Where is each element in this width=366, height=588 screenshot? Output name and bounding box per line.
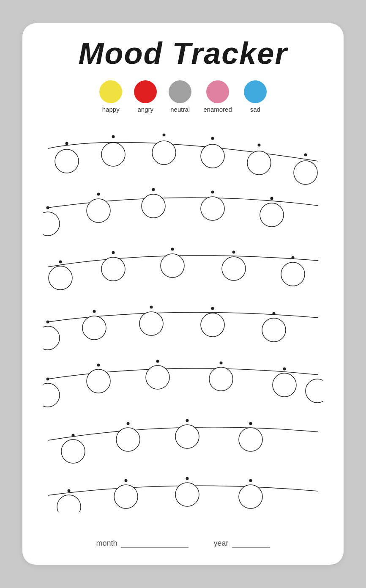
legend-color-angry	[134, 80, 157, 103]
svg-point-28	[101, 257, 125, 281]
svg-point-3	[211, 137, 214, 140]
mood-tracker-page: Mood Tracker happyangryneutralenamoredsa…	[22, 23, 344, 565]
svg-point-56	[249, 422, 252, 425]
svg-point-36	[273, 312, 276, 315]
svg-point-45	[220, 362, 223, 365]
svg-point-63	[186, 477, 189, 480]
svg-point-25	[232, 251, 235, 254]
svg-point-18	[87, 199, 110, 223]
svg-point-43	[97, 364, 100, 367]
svg-point-19	[142, 194, 165, 218]
svg-point-9	[201, 144, 224, 168]
legend-item-neutral: neutral	[169, 80, 191, 113]
page-title: Mood Tracker	[79, 37, 288, 70]
legend-item-angry: angry	[134, 80, 157, 113]
svg-point-59	[175, 425, 199, 448]
svg-point-49	[146, 365, 169, 389]
month-line	[121, 539, 188, 548]
svg-point-46	[283, 368, 286, 371]
svg-point-35	[211, 307, 214, 310]
legend-color-neutral	[169, 80, 191, 103]
svg-point-14	[152, 188, 155, 191]
legend-label-neutral: neutral	[170, 106, 190, 113]
svg-point-51	[273, 373, 296, 397]
svg-point-40	[201, 313, 224, 337]
legend-label-sad: sad	[250, 106, 260, 113]
svg-point-66	[114, 485, 138, 508]
svg-point-30	[222, 257, 246, 280]
year-line	[232, 539, 270, 548]
svg-point-1	[112, 135, 115, 138]
legend-item-sad: sad	[244, 80, 267, 113]
svg-point-37	[43, 326, 60, 350]
svg-point-48	[87, 369, 110, 393]
svg-point-16	[270, 197, 273, 200]
svg-point-26	[292, 256, 295, 259]
svg-point-33	[93, 310, 96, 313]
svg-point-2	[163, 134, 166, 137]
svg-point-62	[125, 479, 128, 482]
strings-area	[43, 123, 323, 528]
svg-point-21	[260, 203, 284, 227]
legend-label-happy: happy	[102, 106, 120, 113]
svg-point-55	[186, 419, 189, 422]
svg-point-10	[247, 151, 271, 175]
svg-point-0	[66, 142, 68, 145]
svg-point-31	[281, 262, 305, 286]
svg-point-6	[55, 149, 79, 173]
svg-point-7	[101, 143, 125, 166]
svg-point-52	[306, 379, 323, 403]
svg-point-50	[209, 367, 233, 391]
svg-point-34	[150, 306, 153, 309]
svg-point-64	[249, 479, 252, 482]
legend-color-happy	[99, 80, 122, 103]
svg-point-68	[239, 485, 262, 508]
footer: month year	[43, 535, 323, 548]
svg-point-15	[211, 191, 214, 194]
svg-point-53	[72, 434, 75, 437]
svg-point-47	[43, 383, 60, 407]
svg-point-61	[68, 489, 71, 492]
svg-point-17	[43, 212, 60, 236]
svg-point-22	[59, 261, 62, 264]
svg-point-11	[294, 161, 317, 184]
svg-point-23	[112, 251, 115, 254]
year-field: year	[214, 539, 270, 548]
svg-point-8	[152, 141, 176, 165]
svg-point-65	[57, 495, 81, 512]
svg-point-32	[46, 321, 49, 324]
svg-point-12	[46, 206, 49, 209]
svg-point-44	[156, 360, 159, 363]
svg-point-67	[175, 483, 199, 506]
svg-point-24	[171, 248, 174, 251]
svg-point-27	[49, 266, 72, 290]
svg-point-41	[262, 318, 286, 342]
svg-point-38	[82, 316, 106, 340]
svg-point-29	[161, 254, 184, 278]
legend-color-sad	[244, 80, 267, 103]
svg-point-42	[46, 378, 49, 381]
svg-point-54	[127, 422, 130, 425]
month-label: month	[96, 539, 117, 548]
svg-point-4	[258, 144, 261, 147]
legend-color-enamored	[206, 80, 229, 103]
legend-label-enamored: enamored	[203, 106, 232, 113]
svg-point-13	[97, 193, 100, 196]
svg-point-58	[116, 428, 140, 451]
svg-point-57	[61, 440, 85, 463]
year-label: year	[214, 539, 229, 548]
legend-item-happy: happy	[99, 80, 122, 113]
svg-point-20	[201, 197, 224, 220]
svg-point-39	[139, 312, 163, 335]
month-field: month	[96, 539, 188, 548]
svg-point-60	[239, 428, 262, 451]
mood-legend: happyangryneutralenamoredsad	[99, 80, 267, 113]
svg-point-5	[304, 154, 307, 157]
legend-label-angry: angry	[137, 106, 153, 113]
legend-item-enamored: enamored	[203, 80, 232, 113]
